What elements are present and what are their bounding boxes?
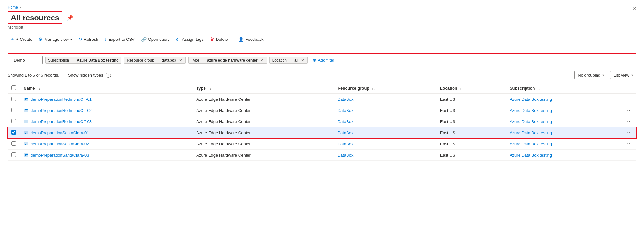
row-actions-cell[interactable]: ··· [620, 150, 636, 161]
delete-button[interactable]: 🗑 Delete [207, 35, 231, 43]
row-type-cell: Azure Edge Hardware Center [192, 105, 333, 116]
row-checkbox-cell[interactable] [8, 127, 20, 138]
subscription-link[interactable]: Azure Data Box testing [510, 142, 552, 146]
remove-resource-group-filter[interactable]: ✕ [178, 58, 183, 62]
row-checkbox-cell[interactable] [8, 105, 20, 116]
assign-tags-button[interactable]: 🏷 Assign tags [174, 35, 206, 43]
resource-group-link[interactable]: DataBox [338, 142, 354, 146]
resource-group-link[interactable]: DataBox [338, 97, 354, 102]
svg-rect-10 [25, 122, 26, 122]
row-location-cell: East US [436, 150, 506, 161]
view-dropdown[interactable]: List view ▾ [610, 71, 636, 79]
name-sort-icon: ↑↓ [37, 87, 40, 90]
close-button[interactable]: × [633, 5, 636, 12]
row-more-actions[interactable]: ··· [624, 96, 633, 102]
row-checkbox-cell[interactable] [8, 150, 20, 161]
resource-group-link[interactable]: DataBox [338, 130, 354, 135]
show-hidden-types-checkbox[interactable] [62, 73, 66, 77]
search-input[interactable] [11, 56, 43, 64]
row-subscription-cell: Azure Data Box testing [506, 150, 620, 161]
row-resource-group-cell: DataBox [334, 127, 436, 138]
pin-button[interactable]: 📌 [66, 14, 75, 21]
refresh-button[interactable]: ↻ Refresh [76, 35, 101, 43]
select-all-header[interactable] [8, 83, 20, 94]
location-column-header[interactable]: Location ↑↓ [436, 83, 506, 94]
row-more-actions[interactable]: ··· [624, 151, 633, 158]
breadcrumb-home[interactable]: Home [8, 5, 18, 10]
subscription-link[interactable]: Azure Data Box testing [510, 153, 552, 158]
resource-icon [24, 97, 29, 102]
name-column-header[interactable]: Name ↑↓ [20, 83, 192, 94]
add-filter-button[interactable]: ⊕ Add filter [310, 56, 337, 64]
open-query-button[interactable]: 🔗 Open query [139, 35, 172, 43]
svg-rect-1 [25, 98, 28, 99]
view-controls: No grouping ▾ List view ▾ [574, 71, 636, 79]
row-checkbox-cell[interactable] [8, 116, 20, 127]
row-checkbox-cell[interactable] [8, 94, 20, 105]
row-actions-cell[interactable]: ··· [620, 127, 636, 138]
svg-rect-11 [28, 121, 28, 122]
resource-group-link[interactable]: DataBox [338, 119, 354, 124]
export-csv-button[interactable]: ↓ Export to CSV [102, 35, 137, 43]
show-hidden-types-label[interactable]: Show hidden types [62, 73, 103, 77]
resource-name-link[interactable]: demoPreparationSantaClara-03 [31, 153, 89, 158]
subscription-link[interactable]: Azure Data Box testing [510, 119, 552, 124]
row-location-cell: East US [436, 94, 506, 105]
svg-rect-22 [25, 155, 26, 156]
remove-location-filter[interactable]: ✕ [300, 58, 305, 62]
type-column-header[interactable]: Type ↑↓ [192, 83, 333, 94]
tag-icon: 🏷 [176, 37, 181, 42]
records-count: Showing 1 to 6 of 6 records. [8, 73, 59, 77]
svg-rect-19 [28, 143, 28, 145]
resource-name-link[interactable]: demoPreparationSantaClara-01 [31, 130, 89, 135]
resource-group-link[interactable]: DataBox [338, 153, 354, 158]
feedback-button[interactable]: 👤 Feedback [236, 35, 266, 43]
row-resource-group-cell: DataBox [334, 94, 436, 105]
toolbar: ＋ + Create ⚙ Manage view ▾ ↻ Refresh ↓ E… [8, 35, 636, 48]
grouping-dropdown[interactable]: No grouping ▾ [574, 71, 607, 79]
subscription-link[interactable]: Azure Data Box testing [510, 108, 552, 113]
svg-rect-3 [28, 99, 28, 100]
resource-group-column-header[interactable]: Resource group ↑↓ [334, 83, 436, 94]
remove-type-filter[interactable]: ✕ [260, 58, 264, 62]
row-more-actions[interactable]: ··· [624, 140, 633, 147]
select-all-checkbox[interactable] [11, 85, 16, 90]
svg-rect-15 [28, 132, 28, 134]
resource-group-link[interactable]: DataBox [338, 108, 354, 113]
create-button[interactable]: ＋ + Create [8, 35, 35, 44]
table-body: demoPreparationRedmondOff-01 Azure Edge … [8, 94, 636, 161]
resource-name-link[interactable]: demoPreparationRedmondOff-01 [31, 97, 92, 102]
more-options-button[interactable]: ··· [77, 14, 84, 21]
subscription-link[interactable]: Azure Data Box testing [510, 130, 552, 135]
row-more-actions[interactable]: ··· [624, 129, 633, 136]
resource-name-link[interactable]: demoPreparationSantaClara-02 [31, 142, 89, 146]
subscription-link[interactable]: Azure Data Box testing [510, 97, 552, 102]
row-actions-cell[interactable]: ··· [620, 116, 636, 127]
table-container: Name ↑↓ Type ↑↓ Resource group ↑↓ Locati… [8, 83, 636, 161]
row-more-actions[interactable]: ··· [624, 118, 633, 125]
row-checkbox-2[interactable] [11, 108, 16, 112]
row-checkbox-5[interactable] [11, 141, 16, 146]
resource-name-link[interactable]: demoPreparationRedmondOff-03 [31, 119, 92, 124]
svg-rect-8 [24, 120, 28, 123]
resource-icon [24, 141, 29, 146]
row-type-cell: Azure Edge Hardware Center [192, 150, 333, 161]
row-checkbox-4[interactable] [11, 130, 16, 135]
row-resource-group-cell: DataBox [334, 116, 436, 127]
feedback-icon: 👤 [238, 37, 244, 42]
resource-name-link[interactable]: demoPreparationRedmondOff-02 [31, 108, 92, 113]
row-actions-cell[interactable]: ··· [620, 105, 636, 116]
row-actions-cell[interactable]: ··· [620, 94, 636, 105]
svg-rect-14 [25, 133, 26, 134]
row-more-actions[interactable]: ··· [624, 107, 633, 114]
row-checkbox-6[interactable] [11, 152, 16, 157]
row-checkbox-cell[interactable] [8, 138, 20, 150]
row-subscription-cell: Azure Data Box testing [506, 138, 620, 150]
row-checkbox-1[interactable] [11, 97, 16, 101]
info-icon[interactable]: i [106, 73, 111, 78]
svg-rect-2 [25, 99, 26, 100]
row-checkbox-3[interactable] [11, 119, 16, 123]
manage-view-button[interactable]: ⚙ Manage view ▾ [36, 35, 75, 43]
subscription-column-header[interactable]: Subscription ↑↓ [506, 83, 620, 94]
row-actions-cell[interactable]: ··· [620, 138, 636, 150]
